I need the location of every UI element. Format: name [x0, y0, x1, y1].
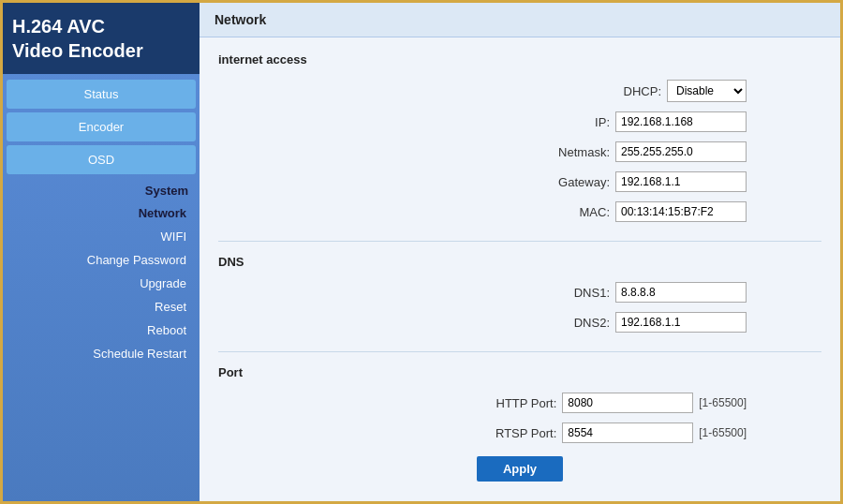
mac-input[interactable]: [615, 201, 747, 222]
netmask-label: Netmask:: [558, 145, 610, 159]
dns1-label: DNS1:: [574, 286, 610, 300]
dns1-input[interactable]: [615, 282, 747, 303]
mac-label: MAC:: [580, 205, 611, 219]
sidebar-nav: Status Encoder OSD System Network WIFI C…: [3, 74, 200, 504]
sidebar-item-upgrade[interactable]: Upgrade: [3, 272, 200, 295]
gateway-label: Gateway:: [558, 175, 610, 189]
dns2-label: DNS2:: [574, 316, 610, 330]
page-title: Network: [200, 3, 840, 37]
http-port-hint: [1-65500]: [699, 396, 747, 409]
netmask-row: Netmask:: [218, 141, 821, 162]
sidebar-item-network[interactable]: Network: [3, 201, 200, 225]
internet-access-section: internet access DHCP: Disable Enable IP:…: [218, 52, 821, 222]
dns2-row: DNS2:: [218, 312, 821, 333]
dhcp-select[interactable]: Disable Enable: [667, 80, 747, 102]
port-section: Port HTTP Port: [1-65500] RTSP Port: [1-…: [218, 365, 821, 482]
http-port-label: HTTP Port:: [496, 396, 557, 410]
ip-label: IP:: [595, 115, 610, 129]
dhcp-label: DHCP:: [624, 84, 661, 98]
sidebar-item-osd[interactable]: OSD: [7, 145, 196, 174]
http-port-row: HTTP Port: [1-65500]: [218, 393, 821, 413]
logo-line1: H.264 AVC: [12, 14, 143, 38]
sidebar-item-reset[interactable]: Reset: [3, 295, 200, 319]
http-port-input[interactable]: [562, 393, 693, 413]
gateway-input[interactable]: [615, 171, 747, 192]
netmask-input[interactable]: [615, 141, 747, 162]
internet-access-title: internet access: [218, 52, 821, 67]
divider-1: [218, 241, 821, 242]
dns1-row: DNS1:: [218, 282, 821, 303]
app-logo: H.264 AVC Video Encoder: [3, 3, 200, 74]
dhcp-row: DHCP: Disable Enable: [218, 80, 821, 102]
ip-row: IP:: [218, 111, 821, 132]
gateway-row: Gateway:: [218, 171, 821, 192]
sidebar-item-schedule-restart[interactable]: Schedule Restart: [3, 342, 200, 365]
dns-title: DNS: [218, 255, 821, 269]
rtsp-port-input[interactable]: [562, 422, 693, 443]
mac-row: MAC:: [218, 201, 821, 222]
sidebar-item-wifi[interactable]: WIFI: [3, 225, 200, 248]
apply-button[interactable]: Apply: [477, 456, 563, 482]
content-area: internet access DHCP: Disable Enable IP:…: [200, 37, 840, 504]
dns-section: DNS DNS1: DNS2:: [218, 255, 821, 333]
port-title: Port: [218, 365, 821, 379]
divider-2: [218, 351, 821, 352]
ip-input[interactable]: [615, 111, 747, 132]
rtsp-port-label: RTSP Port:: [495, 426, 556, 440]
sidebar-item-encoder[interactable]: Encoder: [7, 112, 196, 141]
dns2-input[interactable]: [615, 312, 747, 333]
sidebar-item-change-password[interactable]: Change Password: [3, 248, 200, 272]
sidebar: H.264 AVC Video Encoder Status Encoder O…: [3, 3, 200, 504]
apply-row: Apply: [218, 456, 821, 482]
rtsp-port-hint: [1-65500]: [699, 426, 747, 439]
logo-line2: Video Encoder: [12, 38, 143, 63]
sidebar-item-status[interactable]: Status: [7, 80, 196, 109]
rtsp-port-row: RTSP Port: [1-65500]: [218, 422, 821, 443]
sidebar-section-system: System: [3, 176, 200, 201]
sidebar-item-reboot[interactable]: Reboot: [3, 319, 200, 342]
main-content: Network internet access DHCP: Disable En…: [200, 3, 840, 504]
